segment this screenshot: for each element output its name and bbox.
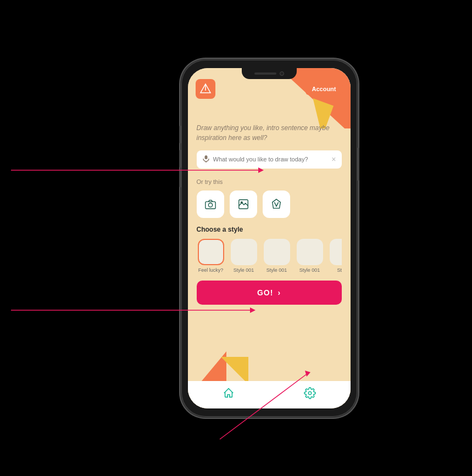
image-icon xyxy=(237,198,249,210)
home-icon xyxy=(223,387,235,399)
search-clear-icon[interactable]: × xyxy=(331,155,336,164)
svg-point-8 xyxy=(308,391,312,395)
bottom-triangle-yellow xyxy=(221,357,248,384)
settings-icon xyxy=(304,387,316,399)
phone-screen: Account Draw anything you like, intro se… xyxy=(188,68,351,408)
app-logo xyxy=(196,79,215,99)
try-section: Or try this xyxy=(197,178,342,218)
style-box-4[interactable] xyxy=(330,239,342,265)
notch-camera xyxy=(280,71,284,76)
try-icons-row xyxy=(197,191,342,218)
vector-icon xyxy=(270,198,282,210)
nav-settings-button[interactable] xyxy=(304,387,316,399)
style-item-3[interactable]: Style 001 xyxy=(296,239,324,273)
style-name-1: Style 001 xyxy=(234,267,254,273)
style-name-4: Style xyxy=(337,267,341,273)
notch xyxy=(242,68,297,79)
style-name-3: Style 001 xyxy=(299,267,320,273)
try-label: Or try this xyxy=(197,178,342,185)
style-item-4[interactable]: Style xyxy=(329,239,342,273)
style-name-2: Style 001 xyxy=(266,267,287,273)
nav-home-button[interactable] xyxy=(223,387,235,399)
app-content: Account Draw anything you like, intro se… xyxy=(188,68,351,408)
style-box-3[interactable] xyxy=(297,239,323,265)
try-image-button[interactable] xyxy=(230,191,257,218)
style-box-1[interactable] xyxy=(231,239,257,265)
style-label: Choose a style xyxy=(197,226,342,233)
search-box[interactable]: × xyxy=(197,150,342,169)
go-button[interactable]: GO! › xyxy=(197,281,342,305)
go-chevron-icon: › xyxy=(277,288,281,297)
style-row: Feel lucky? Style 001 Style 001 Sty xyxy=(197,239,342,273)
style-item-1[interactable]: Style 001 xyxy=(230,239,258,273)
go-button-label: GO! xyxy=(257,288,273,297)
style-section: Choose a style Feel lucky? Style 001 xyxy=(197,226,342,273)
search-input[interactable] xyxy=(213,156,329,163)
mic-icon xyxy=(202,155,210,164)
camera-icon xyxy=(204,198,216,210)
style-item-2[interactable]: Style 001 xyxy=(263,239,291,273)
header-bar: Account xyxy=(188,79,351,99)
notch-speaker xyxy=(254,72,276,75)
style-name-0: Feel lucky? xyxy=(198,267,224,273)
try-camera-button[interactable] xyxy=(197,191,224,218)
bottom-deco xyxy=(188,351,351,384)
intro-text: Draw anything you like, intro sentence m… xyxy=(197,123,342,143)
bottom-nav xyxy=(188,381,351,408)
phone-shell: Account Draw anything you like, intro se… xyxy=(181,60,357,417)
style-box-2[interactable] xyxy=(264,239,290,265)
style-item-0[interactable]: Feel lucky? xyxy=(197,239,225,273)
account-button[interactable]: Account xyxy=(306,83,343,95)
try-vector-button[interactable] xyxy=(263,191,290,218)
svg-point-5 xyxy=(208,203,212,206)
style-box-0[interactable] xyxy=(198,239,224,265)
svg-rect-2 xyxy=(204,155,207,159)
